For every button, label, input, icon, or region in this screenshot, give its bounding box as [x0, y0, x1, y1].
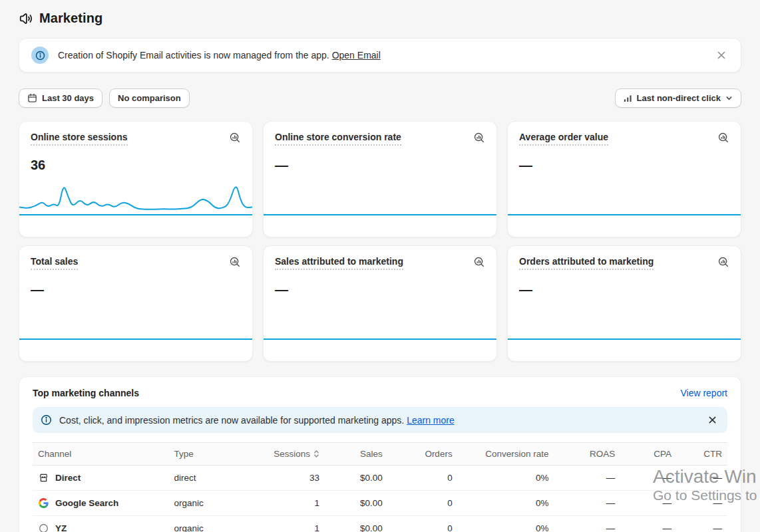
metrics-grid: Online store sessions 36 Online store co… — [19, 121, 741, 362]
metric-title: Online store sessions — [31, 132, 128, 146]
email-banner-text: Creation of Shopify Email activities is … — [58, 50, 329, 61]
open-email-link[interactable]: Open Email — [332, 50, 381, 61]
learn-more-link[interactable]: Learn more — [407, 415, 455, 426]
info-icon — [31, 47, 49, 64]
report-icon[interactable] — [717, 256, 729, 268]
sessions-sparkline-chart — [19, 173, 252, 214]
channel-type: direct — [168, 466, 258, 491]
channel-name[interactable]: Google Search — [55, 498, 118, 508]
col-conversion-rate: Conversion rate — [458, 443, 554, 466]
date-range-button[interactable]: Last 30 days — [19, 88, 102, 108]
channel-name[interactable]: YZ — [55, 523, 67, 532]
view-report-link[interactable]: View report — [680, 388, 727, 398]
col-type: Type — [168, 443, 258, 466]
chevron-down-icon — [725, 94, 733, 102]
col-cpa: CPA — [620, 443, 677, 466]
calendar-icon — [27, 93, 37, 103]
email-banner-close-button[interactable] — [714, 48, 729, 63]
report-icon[interactable] — [717, 132, 729, 144]
metric-card-online-store-sessions: Online store sessions 36 — [19, 121, 253, 237]
channel-conversion-rate: 0% — [458, 516, 554, 532]
storefront-icon — [38, 473, 49, 483]
top-marketing-channels-card: Top marketing channels View report Cost,… — [19, 376, 741, 532]
table-header-row: Channel Type Sessions Sales — [33, 443, 727, 466]
metric-value: — — [519, 282, 729, 297]
table-row[interactable]: YZ organic 1 $0.00 0 0% — — — — [33, 516, 727, 532]
channel-sessions: 1 — [258, 516, 325, 532]
channels-banner-text: Cost, click, and impression metrics are … — [59, 415, 404, 426]
sort-icon — [313, 450, 319, 458]
channel-orders: 0 — [388, 516, 458, 532]
chart-baseline — [508, 214, 741, 215]
email-banner: Creation of Shopify Email activities is … — [19, 38, 741, 72]
date-range-label: Last 30 days — [42, 93, 94, 103]
close-icon — [717, 51, 726, 60]
channel-conversion-rate: 0% — [458, 491, 554, 516]
page-header: Marketing — [19, 0, 741, 26]
metric-value: — — [31, 282, 241, 297]
filter-row: Last 30 days No comparison Last non-dire… — [19, 88, 741, 108]
comparison-button[interactable]: No comparison — [109, 88, 190, 108]
channel-sales: $0.00 — [325, 491, 388, 516]
channels-banner-close-button[interactable] — [705, 413, 719, 427]
chart-baseline — [264, 338, 496, 340]
attribution-model-dropdown[interactable]: Last non-direct click — [615, 88, 741, 108]
channel-type: organic — [168, 491, 258, 516]
attribution-label: Last non-direct click — [637, 93, 721, 103]
channel-cpa: — — [620, 516, 677, 532]
table-row-google-search[interactable]: Google Search organic 1 $0.00 0 0% — — — — [33, 491, 727, 516]
channel-sessions: 33 — [258, 466, 325, 491]
report-icon[interactable] — [229, 132, 241, 144]
chart-baseline — [508, 338, 741, 340]
channel-name[interactable]: Direct — [55, 473, 81, 483]
metric-card-orders-attributed: Orders attributed to marketing — — [507, 245, 741, 362]
metric-value: — — [275, 282, 485, 297]
channel-cpa: — — [620, 491, 677, 516]
channel-ctr: — — [677, 516, 727, 532]
info-icon — [41, 414, 52, 426]
channel-orders: 0 — [388, 466, 458, 491]
channels-title: Top marketing channels — [33, 388, 139, 398]
channel-ctr: — — [677, 466, 727, 491]
channel-sales: $0.00 — [325, 466, 388, 491]
channels-table: Channel Type Sessions Sales — [33, 442, 727, 532]
channels-info-banner: Cost, click, and impression metrics are … — [33, 407, 727, 433]
col-roas: ROAS — [554, 443, 620, 466]
channel-icon — [38, 523, 49, 532]
channel-ctr: — — [677, 491, 727, 516]
channel-sessions: 1 — [258, 491, 325, 516]
comparison-label: No comparison — [118, 93, 181, 103]
channel-cpa: — — [620, 466, 677, 491]
channel-sales: $0.00 — [325, 516, 388, 532]
bar-chart-icon — [624, 94, 632, 102]
col-orders: Orders — [388, 443, 458, 466]
page-title: Marketing — [39, 11, 102, 26]
google-icon — [38, 498, 49, 508]
metric-title: Online store conversion rate — [275, 132, 401, 146]
channel-roas: — — [554, 466, 620, 491]
metric-title: Total sales — [31, 256, 78, 270]
metric-card-average-order-value: Average order value — — [507, 121, 741, 237]
metric-card-conversion-rate: Online store conversion rate — — [263, 121, 497, 237]
table-row-direct[interactable]: Direct direct 33 $0.00 0 0% — — — — [33, 466, 727, 491]
chart-baseline — [19, 338, 252, 340]
metric-title: Sales attributed to marketing — [275, 256, 403, 270]
metric-title: Average order value — [519, 132, 608, 146]
col-channel: Channel — [33, 443, 168, 466]
report-icon[interactable] — [473, 256, 485, 268]
report-icon[interactable] — [229, 256, 241, 268]
col-sessions[interactable]: Sessions — [258, 443, 325, 466]
channel-orders: 0 — [388, 491, 458, 516]
col-ctr: CTR — [677, 443, 727, 466]
report-icon[interactable] — [473, 132, 485, 144]
metric-card-sales-attributed: Sales attributed to marketing — — [263, 245, 497, 362]
metric-title: Orders attributed to marketing — [519, 256, 654, 270]
metric-value: — — [519, 158, 729, 173]
chart-baseline — [19, 214, 252, 215]
chart-baseline — [264, 214, 496, 215]
channel-type: organic — [168, 516, 258, 532]
page-root: { "header": { "title": "Marketing" }, "e… — [0, 0, 760, 532]
channel-roas: — — [554, 516, 620, 532]
channel-conversion-rate: 0% — [458, 466, 554, 491]
metric-card-total-sales: Total sales — — [19, 245, 253, 362]
